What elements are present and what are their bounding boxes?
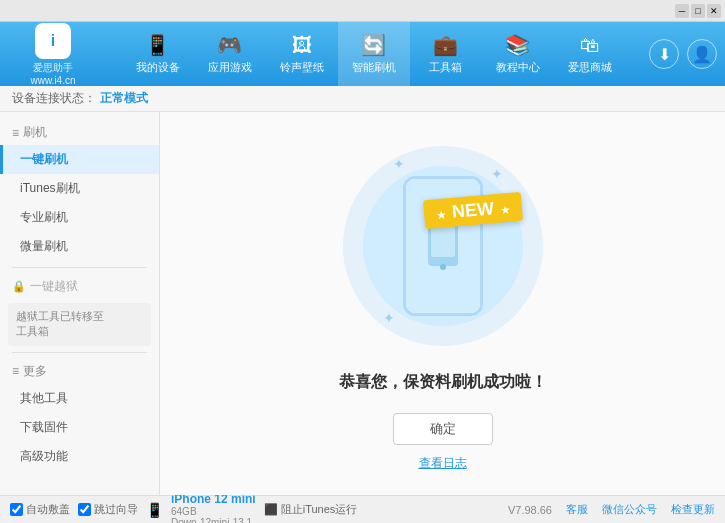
account-button[interactable]: 👤 xyxy=(687,39,717,69)
sidebar: ≡ 刷机 一键刷机 iTunes刷机 专业刷机 微量刷机 🔒 一键越狱 xyxy=(0,112,160,495)
device-details: iPhone 12 mini 64GB Down-12mini-13.1 xyxy=(171,492,256,524)
advanced-label: 高级功能 xyxy=(20,448,68,465)
skip-wizard-label: 跳过向导 xyxy=(94,502,138,517)
main-layout: ≡ 刷机 一键刷机 iTunes刷机 专业刷机 微量刷机 🔒 一键越狱 xyxy=(0,112,725,495)
customer-service-link[interactable]: 客服 xyxy=(566,502,588,517)
sidebar-item-pro-flash[interactable]: 专业刷机 xyxy=(0,203,159,232)
nav-toolbox-label: 工具箱 xyxy=(429,60,462,75)
nav-my-device-label: 我的设备 xyxy=(136,60,180,75)
logo-website: www.i4.cn xyxy=(30,75,75,86)
sidebar-header-flash: ≡ 刷机 xyxy=(0,120,159,145)
sidebar-item-itunes-flash[interactable]: iTunes刷机 xyxy=(0,174,159,203)
device-storage: 64GB xyxy=(171,506,256,517)
svg-point-2 xyxy=(440,264,446,270)
jailbreak-info-box: 越狱工具已转移至工具箱 xyxy=(8,303,151,346)
logo-icon: i xyxy=(35,23,71,59)
lock-icon: 🔒 xyxy=(12,280,26,293)
toolbox-icon: 💼 xyxy=(433,33,458,57)
apps-icon: 🎮 xyxy=(217,33,242,57)
flash-section-icon: ≡ xyxy=(12,126,19,140)
sidebar-section-flash: ≡ 刷机 一键刷机 iTunes刷机 专业刷机 微量刷机 xyxy=(0,120,159,261)
stop-itunes-button[interactable]: ⬛ 阻止iTunes运行 xyxy=(264,502,358,517)
view-log-link[interactable]: 查看日志 xyxy=(419,455,467,472)
logo-appname: 爱思助手 xyxy=(33,61,73,75)
skip-wizard-input[interactable] xyxy=(78,503,91,516)
sparkle-1: ✦ xyxy=(393,156,405,172)
logo-area: i 爱思助手 www.i4.cn xyxy=(8,23,98,86)
download-button[interactable]: ⬇ xyxy=(649,39,679,69)
divider-1 xyxy=(12,267,147,268)
close-button[interactable]: ✕ xyxy=(707,4,721,18)
check-update-link[interactable]: 检查更新 xyxy=(671,502,715,517)
more-section-icon: ≡ xyxy=(12,364,19,378)
nav-right: ⬇ 👤 xyxy=(649,39,717,69)
hero-illustration: NEW ✦ ✦ ✦ xyxy=(333,136,553,356)
minimize-button[interactable]: ─ xyxy=(675,4,689,18)
sidebar-header-more: ≡ 更多 xyxy=(0,359,159,384)
success-text: 恭喜您，保资料刷机成功啦！ xyxy=(339,372,547,393)
jailbreak-section-label: 一键越狱 xyxy=(30,278,78,295)
sidebar-item-micro-flash[interactable]: 微量刷机 xyxy=(0,232,159,261)
restore-button[interactable]: □ xyxy=(691,4,705,18)
phone-icon: 📱 xyxy=(146,502,163,518)
sidebar-item-advanced[interactable]: 高级功能 xyxy=(0,442,159,471)
status-prefix: 设备连接状态： xyxy=(12,90,96,107)
status-value: 正常模式 xyxy=(100,90,148,107)
sidebar-item-download-firmware[interactable]: 下载固件 xyxy=(0,413,159,442)
download-firmware-label: 下载固件 xyxy=(20,419,68,436)
status-bar: 设备连接状态： 正常模式 xyxy=(0,86,725,112)
nav-toolbox[interactable]: 💼 工具箱 xyxy=(410,22,482,86)
sidebar-header-jailbreak: 🔒 一键越狱 xyxy=(0,274,159,299)
auto-close-checkbox[interactable]: 自动敷盖 xyxy=(10,502,70,517)
more-section-label: 更多 xyxy=(23,363,47,380)
divider-2 xyxy=(12,352,147,353)
sparkle-2: ✦ xyxy=(491,166,503,182)
logo-char: i xyxy=(51,32,55,50)
ringtones-icon: 🖼 xyxy=(292,34,312,57)
nav-smart-flash-label: 智能刷机 xyxy=(352,60,396,75)
nav-mall[interactable]: 🛍 爱思商城 xyxy=(554,22,626,86)
nav-tutorial[interactable]: 📚 教程中心 xyxy=(482,22,554,86)
confirm-button[interactable]: 确定 xyxy=(393,413,493,445)
nav-ringtones-label: 铃声壁纸 xyxy=(280,60,324,75)
bottom-bar: 自动敷盖 跳过向导 📱 iPhone 12 mini 64GB Down-12m… xyxy=(0,495,725,523)
nav-apps-games[interactable]: 🎮 应用游戏 xyxy=(194,22,266,86)
nav-mall-label: 爱思商城 xyxy=(568,60,612,75)
auto-close-input[interactable] xyxy=(10,503,23,516)
window-controls: ─ □ ✕ xyxy=(675,4,721,18)
device-icon: 📱 xyxy=(145,33,170,57)
content-area: NEW ✦ ✦ ✦ 恭喜您，保资料刷机成功啦！ 确定 查看日志 xyxy=(160,112,725,495)
tutorial-icon: 📚 xyxy=(505,33,530,57)
other-tools-label: 其他工具 xyxy=(20,390,68,407)
sidebar-item-other-tools[interactable]: 其他工具 xyxy=(0,384,159,413)
mall-icon: 🛍 xyxy=(580,34,600,57)
bottom-right: V7.98.66 客服 微信公众号 检查更新 xyxy=(508,502,715,517)
auto-close-label: 自动敷盖 xyxy=(26,502,70,517)
wechat-link[interactable]: 微信公众号 xyxy=(602,502,657,517)
itunes-flash-label: iTunes刷机 xyxy=(20,180,80,197)
sidebar-section-more: ≡ 更多 其他工具 下载固件 高级功能 xyxy=(0,359,159,471)
title-bar: ─ □ ✕ xyxy=(0,0,725,22)
new-badge-text: NEW xyxy=(452,198,496,222)
sidebar-item-one-key-flash[interactable]: 一键刷机 xyxy=(0,145,159,174)
nav-ringtones[interactable]: 🖼 铃声壁纸 xyxy=(266,22,338,86)
one-key-flash-label: 一键刷机 xyxy=(20,151,68,168)
nav-apps-label: 应用游戏 xyxy=(208,60,252,75)
nav-tutorial-label: 教程中心 xyxy=(496,60,540,75)
sidebar-section-jailbreak: 🔒 一键越狱 越狱工具已转移至工具箱 xyxy=(0,274,159,346)
pro-flash-label: 专业刷机 xyxy=(20,209,68,226)
skip-wizard-checkbox[interactable]: 跳过向导 xyxy=(78,502,138,517)
sparkle-3: ✦ xyxy=(383,310,395,326)
flash-section-label: 刷机 xyxy=(23,124,47,141)
micro-flash-label: 微量刷机 xyxy=(20,238,68,255)
top-nav: i 爱思助手 www.i4.cn 📱 我的设备 🎮 应用游戏 🖼 铃声壁纸 🔄 … xyxy=(0,22,725,86)
success-message: 恭喜您，保资料刷机成功啦！ xyxy=(339,373,547,390)
nav-my-device[interactable]: 📱 我的设备 xyxy=(122,22,194,86)
nav-smart-flash[interactable]: 🔄 智能刷机 xyxy=(338,22,410,86)
nav-items: 📱 我的设备 🎮 应用游戏 🖼 铃声壁纸 🔄 智能刷机 💼 工具箱 📚 教程中心… xyxy=(98,22,649,86)
version-text: V7.98.66 xyxy=(508,504,552,516)
bottom-left: 自动敷盖 跳过向导 📱 iPhone 12 mini 64GB Down-12m… xyxy=(10,492,357,524)
flash-icon: 🔄 xyxy=(361,33,386,57)
device-model: Down-12mini-13.1 xyxy=(171,517,256,524)
device-info: 📱 xyxy=(146,502,163,518)
